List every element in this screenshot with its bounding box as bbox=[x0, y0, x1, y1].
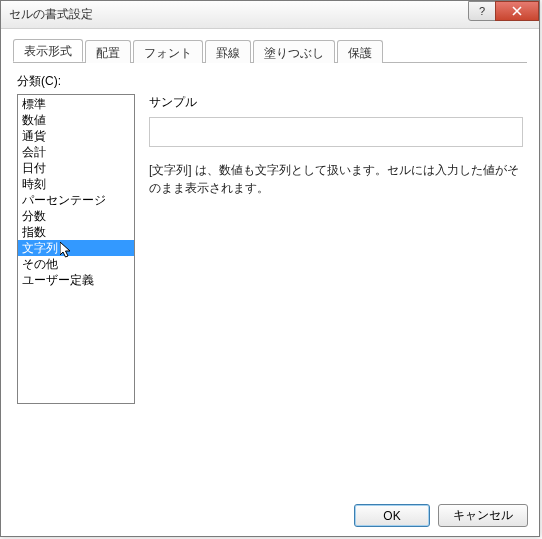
category-item[interactable]: パーセンテージ bbox=[18, 192, 134, 208]
tab-fill[interactable]: 塗りつぶし bbox=[253, 40, 335, 63]
dialog-buttons: OK キャンセル bbox=[354, 504, 528, 527]
titlebar: セルの書式設定 ? bbox=[1, 1, 539, 29]
cancel-button-label: キャンセル bbox=[453, 507, 513, 524]
category-item[interactable]: 時刻 bbox=[18, 176, 134, 192]
tab-strip: 表示形式 配置 フォント 罫線 塗りつぶし 保護 bbox=[13, 39, 527, 63]
tab-alignment[interactable]: 配置 bbox=[85, 40, 131, 63]
category-item[interactable]: その他 bbox=[18, 256, 134, 272]
category-item[interactable]: ユーザー定義 bbox=[18, 272, 134, 288]
ok-button[interactable]: OK bbox=[354, 504, 430, 527]
help-button[interactable]: ? bbox=[468, 1, 496, 21]
window-controls: ? bbox=[469, 1, 539, 21]
ok-button-label: OK bbox=[383, 509, 400, 523]
category-item[interactable]: 数値 bbox=[18, 112, 134, 128]
dialog-window: セルの書式設定 ? 表示形式 配置 フォント 罫線 塗りつぶし 保護 分類(C)… bbox=[0, 0, 540, 537]
category-item[interactable]: 分数 bbox=[18, 208, 134, 224]
category-item[interactable]: 会計 bbox=[18, 144, 134, 160]
sample-box bbox=[149, 117, 523, 147]
tab-border[interactable]: 罫線 bbox=[205, 40, 251, 63]
tab-display-format[interactable]: 表示形式 bbox=[13, 39, 83, 62]
close-button[interactable] bbox=[495, 1, 539, 21]
tab-panel: 分類(C): 標準数値通貨会計日付時刻パーセンテージ分数指数文字列その他ユーザー… bbox=[13, 63, 527, 404]
category-item[interactable]: 標準 bbox=[18, 96, 134, 112]
category-item[interactable]: 指数 bbox=[18, 224, 134, 240]
category-item[interactable]: 文字列 bbox=[18, 240, 134, 256]
category-item[interactable]: 日付 bbox=[18, 160, 134, 176]
close-icon bbox=[512, 6, 522, 16]
cancel-button[interactable]: キャンセル bbox=[438, 504, 528, 527]
window-title: セルの書式設定 bbox=[9, 6, 93, 23]
category-listbox[interactable]: 標準数値通貨会計日付時刻パーセンテージ分数指数文字列その他ユーザー定義 bbox=[17, 94, 135, 404]
right-pane: サンプル [文字列] は、数値も文字列として扱います。セルには入力した値がそのま… bbox=[149, 94, 523, 404]
description-text: [文字列] は、数値も文字列として扱います。セルには入力した値がそのまま表示され… bbox=[149, 161, 523, 197]
tab-protection[interactable]: 保護 bbox=[337, 40, 383, 63]
dialog-content: 表示形式 配置 フォント 罫線 塗りつぶし 保護 分類(C): 標準数値通貨会計… bbox=[1, 29, 539, 404]
category-label: 分類(C): bbox=[17, 73, 523, 90]
tab-font[interactable]: フォント bbox=[133, 40, 203, 63]
sample-label: サンプル bbox=[149, 94, 523, 111]
category-item[interactable]: 通貨 bbox=[18, 128, 134, 144]
